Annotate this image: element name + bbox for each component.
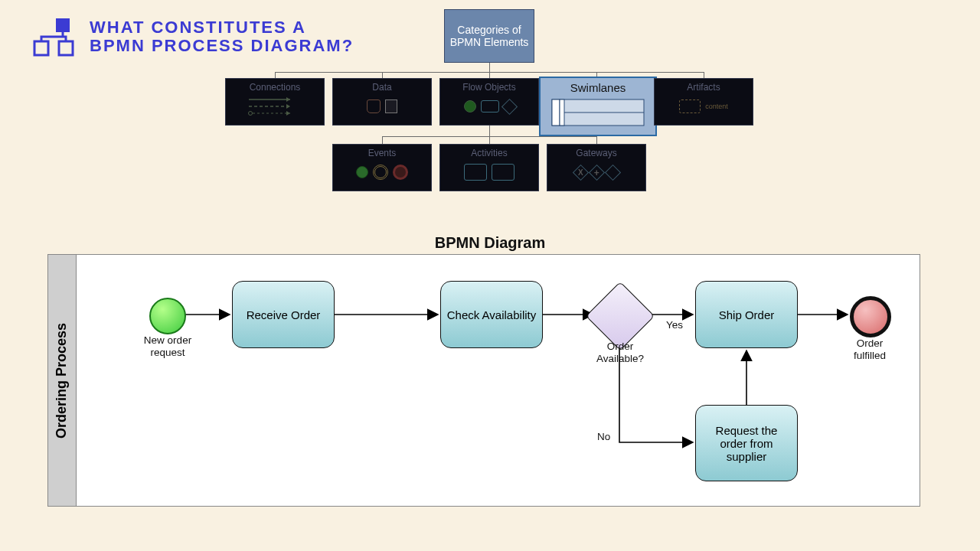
tree-root-label: Categories of BPMN Elements xyxy=(448,24,531,48)
bpmn-diagram-title: BPMN Diagram xyxy=(0,234,980,252)
end-event xyxy=(850,296,891,337)
exclusive-gateway-icon: X xyxy=(572,164,588,180)
bpmn-pool: Ordering Process New order request Recei… xyxy=(47,254,920,507)
tree-activities: Activities xyxy=(439,144,539,191)
parallel-gateway-icon: + xyxy=(588,164,604,180)
task-check-availability: Check Availability xyxy=(440,281,543,348)
event-icon xyxy=(464,100,476,112)
task-ship-order: Ship Order xyxy=(695,281,798,348)
tree-artifacts-label: Artifacts xyxy=(658,82,750,93)
swimlane-icon xyxy=(551,99,645,126)
start-event-label: New order request xyxy=(142,334,193,358)
activity-icon xyxy=(481,100,499,112)
intermediate-event-icon xyxy=(373,165,388,180)
gateway-icon xyxy=(501,98,517,114)
tree-connections-label: Connections xyxy=(229,82,321,93)
tree-activities-label: Activities xyxy=(443,148,535,158)
task-ship-order-label: Ship Order xyxy=(719,308,775,321)
document-icon xyxy=(385,99,397,113)
lane-header: Ordering Process xyxy=(48,255,77,506)
task-receive-order-label: Receive Order xyxy=(247,308,321,321)
tree-data-label: Data xyxy=(336,82,428,93)
edge-no-label: No xyxy=(597,431,610,443)
tree-flow-objects: Flow Objects xyxy=(439,78,539,126)
datastore-icon xyxy=(367,99,381,113)
svg-rect-7 xyxy=(560,99,564,126)
lane-title: Ordering Process xyxy=(54,322,70,438)
gateway-label: Order Available? xyxy=(589,341,652,364)
tree-root: Categories of BPMN Elements xyxy=(444,9,534,63)
edge-yes-label: Yes xyxy=(666,319,683,331)
tree-data: Data xyxy=(332,78,432,126)
task-request-order: Request the order from supplier xyxy=(695,405,798,481)
task-icon xyxy=(464,164,487,181)
end-event-icon xyxy=(393,165,408,180)
task-request-order-label: Request the order from supplier xyxy=(701,424,792,463)
tree-connections: Connections xyxy=(225,78,325,126)
tree-swimlanes-label: Swimlanes xyxy=(570,81,626,94)
tree-gateways: Gateways X + xyxy=(547,144,646,191)
tree-artifacts: Artifacts content xyxy=(654,78,753,126)
tree-events: Events xyxy=(332,144,432,191)
svg-rect-5 xyxy=(552,99,560,126)
start-event xyxy=(149,298,186,334)
end-event-label: Order fulfilled xyxy=(844,337,895,361)
bpmn-category-tree: Categories of BPMN Elements Connections … xyxy=(0,0,980,199)
connections-icon xyxy=(244,95,305,116)
group-icon xyxy=(679,99,701,113)
tree-gateways-label: Gateways xyxy=(550,148,642,158)
task-check-availability-label: Check Availability xyxy=(447,308,536,321)
start-event-icon xyxy=(356,166,368,178)
svg-point-3 xyxy=(249,112,253,116)
annotation-icon: content xyxy=(705,103,728,110)
subprocess-icon xyxy=(492,164,514,181)
lane-body: New order request Receive Order Check Av… xyxy=(77,255,920,506)
tree-flow-objects-label: Flow Objects xyxy=(443,82,535,93)
tree-events-label: Events xyxy=(336,148,428,158)
tree-swimlanes: Swimlanes xyxy=(539,77,657,136)
plain-gateway-icon xyxy=(604,164,620,180)
task-receive-order: Receive Order xyxy=(232,281,335,348)
